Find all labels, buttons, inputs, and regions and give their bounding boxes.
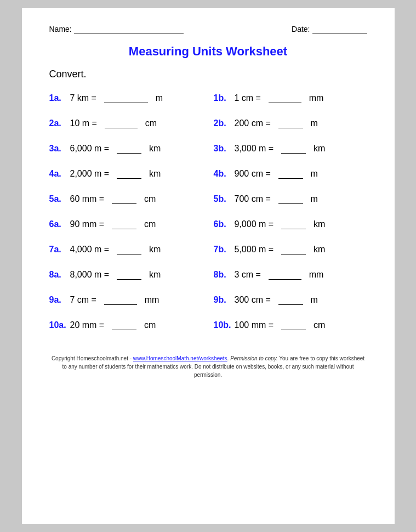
problem-text-2a: 10 m = cm <box>70 118 157 128</box>
answer-line-3a[interactable] <box>117 144 141 154</box>
problem-row-3b: 3b. 3,000 m = km <box>214 136 367 161</box>
problem-text-3b: 3,000 m = km <box>235 144 326 154</box>
header-row: Name: Date: <box>49 25 367 33</box>
problem-row-1a: 1a. 7 km = m <box>49 86 203 111</box>
problem-text-3a: 6,000 m = km <box>70 144 161 154</box>
problem-text-2b: 200 cm = m <box>235 118 318 128</box>
answer-line-8a[interactable] <box>117 270 141 280</box>
name-line <box>74 25 184 33</box>
problem-text-9b: 300 cm = m <box>235 295 318 305</box>
problem-number-1a: 1a. <box>49 93 70 103</box>
problem-text-4a: 2,000 m = km <box>70 169 161 179</box>
problem-row-6a: 6a. 90 mm = cm <box>49 212 203 237</box>
footer-text1: Copyright Homeschoolmath.net - <box>52 355 133 361</box>
worksheet-title: Measuring Units Worksheet <box>49 44 367 59</box>
date-line <box>312 25 367 33</box>
answer-line-1a[interactable] <box>104 93 148 103</box>
footer: Copyright Homeschoolmath.net - www.Homes… <box>49 354 367 379</box>
answer-line-6b[interactable] <box>281 219 306 229</box>
problem-number-6b: 6b. <box>214 219 235 229</box>
problem-number-4a: 4a. <box>49 169 70 179</box>
problem-text-7b: 5,000 m = km <box>235 245 326 254</box>
problem-row-8b: 8b. 3 cm = mm <box>214 262 367 287</box>
answer-line-9b[interactable] <box>278 295 303 305</box>
problem-number-3a: 3a. <box>49 144 70 154</box>
problem-number-2b: 2b. <box>214 118 235 128</box>
problem-number-5a: 5a. <box>49 194 70 204</box>
problem-row-4a: 4a. 2,000 m = km <box>49 161 203 186</box>
worksheet-page: Name: Date: Measuring Units Worksheet Co… <box>22 8 395 524</box>
problem-number-3b: 3b. <box>214 144 235 154</box>
answer-line-8b[interactable] <box>269 270 301 280</box>
problem-text-8a: 8,000 m = km <box>70 270 161 280</box>
footer-link[interactable]: www.HomeschoolMath.net/worksheets <box>133 355 227 361</box>
answer-line-3b[interactable] <box>281 144 306 154</box>
problem-number-8a: 8a. <box>49 270 70 280</box>
problem-text-1a: 7 km = m <box>70 93 163 103</box>
problem-number-1b: 1b. <box>214 93 235 103</box>
name-field: Name: <box>49 25 184 33</box>
problem-text-6a: 90 mm = cm <box>70 219 156 229</box>
problem-text-8b: 3 cm = mm <box>235 270 324 280</box>
problem-number-8b: 8b. <box>214 270 235 280</box>
problem-row-7a: 7a. 4,000 m = km <box>49 237 203 262</box>
problem-row-8a: 8a. 8,000 m = km <box>49 262 203 287</box>
convert-label: Convert. <box>49 69 367 80</box>
problem-number-10b: 10b. <box>214 320 235 330</box>
problem-number-4b: 4b. <box>214 169 235 179</box>
problem-text-10b: 100 mm = cm <box>235 320 326 330</box>
problems-grid: 1a. 7 km = m 1b. 1 cm = mm 2a. 10 m = cm… <box>49 86 367 338</box>
problem-row-3a: 3a. 6,000 m = km <box>49 136 203 161</box>
problem-row-2a: 2a. 10 m = cm <box>49 111 203 136</box>
answer-line-6a[interactable] <box>112 219 136 229</box>
problem-text-7a: 4,000 m = km <box>70 245 161 254</box>
answer-line-10b[interactable] <box>281 320 306 330</box>
problem-text-6b: 9,000 m = km <box>235 219 326 229</box>
problem-number-9b: 9b. <box>214 295 235 305</box>
answer-line-2a[interactable] <box>105 118 138 128</box>
answer-line-9a[interactable] <box>104 295 137 305</box>
answer-line-4b[interactable] <box>278 169 303 179</box>
problem-number-9a: 9a. <box>49 295 70 305</box>
problem-text-9a: 7 cm = mm <box>70 295 159 305</box>
problem-row-10b: 10b. 100 mm = cm <box>214 313 367 338</box>
answer-line-4a[interactable] <box>117 169 141 179</box>
problem-row-9b: 9b. 300 cm = m <box>214 287 367 313</box>
answer-line-2b[interactable] <box>278 118 303 128</box>
problem-text-10a: 20 mm = cm <box>70 320 156 330</box>
problem-row-2b: 2b. 200 cm = m <box>214 111 367 136</box>
answer-line-5b[interactable] <box>278 194 303 204</box>
problem-number-5b: 5b. <box>214 194 235 204</box>
answer-line-10a[interactable] <box>112 320 136 330</box>
problem-number-6a: 6a. <box>49 219 70 229</box>
problem-row-4b: 4b. 900 cm = m <box>214 161 367 186</box>
answer-line-5a[interactable] <box>112 194 136 204</box>
problem-text-5b: 700 cm = m <box>235 194 318 204</box>
problem-number-7a: 7a. <box>49 245 70 254</box>
problem-row-6b: 6b. 9,000 m = km <box>214 212 367 237</box>
problem-row-5a: 5a. 60 mm = cm <box>49 186 203 212</box>
problem-text-4b: 900 cm = m <box>235 169 318 179</box>
problem-number-7b: 7b. <box>214 245 235 254</box>
problem-row-5b: 5b. 700 cm = m <box>214 186 367 212</box>
problem-number-2a: 2a. <box>49 118 70 128</box>
problem-row-1b: 1b. 1 cm = mm <box>214 86 367 111</box>
problem-text-1b: 1 cm = mm <box>235 93 324 103</box>
answer-line-1b[interactable] <box>269 93 301 103</box>
date-field: Date: <box>292 25 367 33</box>
date-label: Date: <box>292 25 310 33</box>
problem-text-5a: 60 mm = cm <box>70 194 156 204</box>
answer-line-7a[interactable] <box>117 245 141 254</box>
problem-row-10a: 10a. 20 mm = cm <box>49 313 203 338</box>
problem-row-7b: 7b. 5,000 m = km <box>214 237 367 262</box>
problem-row-9a: 9a. 7 cm = mm <box>49 287 203 313</box>
problem-number-10a: 10a. <box>49 320 70 330</box>
answer-line-7b[interactable] <box>281 245 306 254</box>
name-label: Name: <box>49 25 72 33</box>
